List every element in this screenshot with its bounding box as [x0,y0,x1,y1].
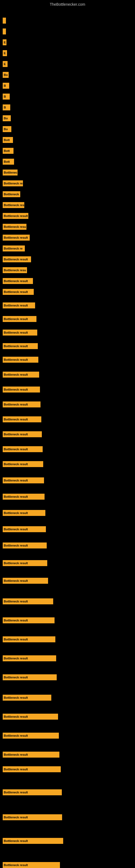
bar-row: Bottleneck result [3,477,44,484]
bar-label: Bottleneck result [4,214,28,218]
bar-row: Bottleneck result [3,289,34,295]
bar: B [3,104,10,111]
bar-row: Bottleneck result [3,598,53,604]
bar-label: Bottleneck result [4,511,28,515]
bar: Bottleneck result [3,477,44,484]
bar-row: B [3,104,10,111]
bar: Bottleneck result [3,278,33,284]
bar: Bottleneck result [3,542,47,549]
bar: B [3,83,9,89]
bar: Bottleneck resu [3,267,27,273]
bar: Bottleneck result [3,316,37,322]
bar: Bottleneck result [3,526,46,532]
bar: Bottleneck result [3,372,39,378]
bar-label: Bottleneck result [4,388,28,391]
bar-row: Bottleneck result [3,674,57,680]
bar-row [3,29,6,34]
bar-label: Bo [4,127,8,131]
bar-label: Bottleneck result [4,657,28,660]
bar-label: Bottleneck result [4,358,28,361]
bar: Bottleneck result [3,789,62,795]
bar: B [3,94,10,99]
bar-row [3,18,6,24]
bar-label: Bottleneck result [4,600,28,603]
bar-row: Bott [3,148,13,154]
bar: Bottleneck result [3,674,57,680]
bar: E [3,61,8,67]
bar-label: Bottleneck result [4,528,28,531]
bar-label: Bottleneck resu [4,225,26,228]
bar: Bottleneck result [3,494,45,500]
bar-row: Bottlenec [3,169,17,176]
bar: E [3,50,7,56]
bar-label: Bott [4,160,10,163]
bar: Bottleneck result [3,637,55,642]
bar-row: Bottleneck result [3,278,33,284]
bars-container: EEEBoBBBBoBoBottBottBottBottlenecBottlen… [0,8,135,868]
bar: Bottleneck result [3,235,30,241]
bar-label: Bottleneck result [4,863,28,867]
bar [3,29,6,34]
bar: Bottleneck result [3,461,43,467]
bar-label: Bottleneck result [4,676,28,679]
bar-label: Bott [4,149,10,152]
bar: Bottleneck resu [3,224,27,230]
bar: Bott [3,148,13,154]
bar-row: Bottleneck result [3,401,41,407]
bar-row: Bottleneck result [3,386,40,393]
bar-label: Bottleneck result [4,433,28,436]
bar-label: Bottleneck result [4,344,28,348]
bar-row: Bottleneck result [3,695,51,701]
bar: Bottleneck result [3,256,31,262]
bar-label: Bottleneck result [4,816,28,819]
bar: Bottleneck result [3,695,51,701]
bar-row: Bottleneck result [3,733,59,739]
bar-label: Bottleneck re [4,247,23,250]
bar-label: E [4,52,6,55]
bar: Bottleneck [3,191,20,197]
bar-row: B [3,94,10,99]
bar-row: Bo [3,115,11,121]
bar-label: Bottleneck result [4,495,28,498]
bar: Bo [3,72,9,78]
site-title: TheBottlenecker.com [0,0,135,8]
bar-label: Bottleneck result [4,447,28,451]
bar: Bo [3,126,11,132]
bar-label: Bottlenec [4,171,17,174]
bar-row: Bottleneck result [3,526,46,532]
bar-label: Bottleneck result [4,373,28,376]
bar-row: Bottleneck result [3,213,28,219]
bar-row: Bottleneck result [3,617,54,623]
bar: Bottleneck result [3,714,58,720]
bar: Bottleneck result [3,416,41,422]
bar-row: Bottleneck result [3,343,38,349]
bar-label: B [4,84,6,87]
bar-label: Bottleneck [4,193,19,196]
bar-label: Bottleneck result [4,279,28,283]
bar: Bottleneck result [3,289,34,295]
bar-label: Bo [4,73,8,76]
bar-label: Bottleneck result [4,715,28,718]
bar-row: Bottleneck result [3,330,37,336]
bar: Bottleneck result [3,343,38,349]
bar-label: Bottleneck result [4,561,28,565]
bar: Bottleneck result [3,578,48,584]
bar-row: Bottleneck result [3,461,43,467]
bar-label: Bottleneck result [4,753,28,756]
bar-row: Bottleneck result [3,578,48,584]
bar: Bott [3,159,14,165]
bar-row: Bottleneck result [3,789,62,795]
bar-row: Bottleneck result [3,303,35,308]
bar: Bottlenec [3,169,17,176]
bar-row: Bottleneck result [3,372,39,378]
bar-row: Bottleneck result [3,560,47,566]
bar-label: Bottleneck result [4,403,28,406]
bar: Bottleneck result [3,598,53,604]
bar: Bottleneck result [3,733,59,739]
bar-row: Bottleneck result [3,357,38,363]
bar: Bottleneck result [3,838,63,844]
bar-row: Bottleneck result [3,862,60,868]
bar: Bottleneck result [3,357,38,363]
bar-row: Bottleneck res [3,180,23,186]
bar-label: Bottleneck res [4,182,23,185]
